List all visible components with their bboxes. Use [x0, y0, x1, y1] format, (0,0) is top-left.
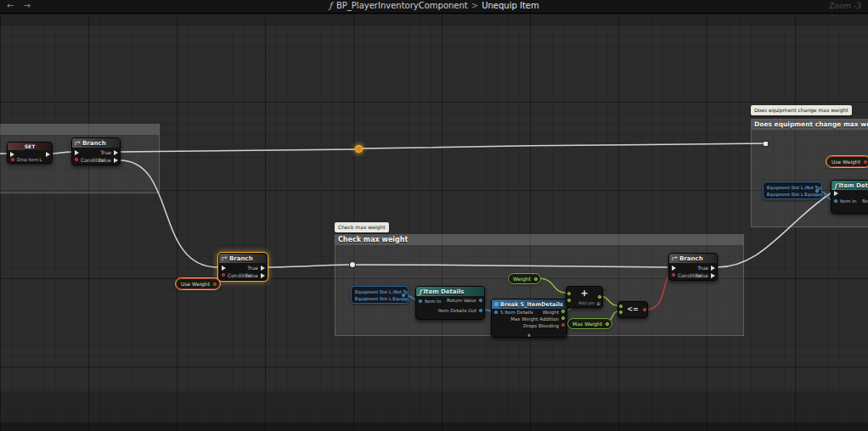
- exec-out-pin[interactable]: [46, 152, 50, 157]
- reroute-node[interactable]: [764, 142, 768, 146]
- item-details-out-label: Item Details Out: [438, 308, 476, 313]
- exec-in-pin[interactable]: [10, 152, 14, 157]
- exec-in-pin[interactable]: [672, 266, 676, 271]
- function-icon: ƒ: [419, 288, 421, 296]
- branch-icon: [222, 255, 228, 261]
- bool-out-pin[interactable]: [213, 283, 217, 286]
- true-exec-pin[interactable]: [114, 150, 118, 155]
- drops-bleeding-pin[interactable]: [561, 323, 565, 327]
- node-item-details-right[interactable]: ƒ Item Details Item In Return Value: [831, 180, 868, 214]
- return-value-label: Return Value: [447, 298, 476, 303]
- node-title: Item Details: [838, 182, 868, 189]
- drops-bleeding-label: Drops Bleeding: [523, 323, 559, 328]
- item-in-pin[interactable]: [834, 199, 837, 203]
- add-pin-icon[interactable]: ⊕: [596, 301, 600, 306]
- graph-canvas[interactable]: [0, 14, 868, 431]
- condition-pin[interactable]: [75, 158, 78, 161]
- condition-pin[interactable]: [222, 273, 225, 277]
- false-exec-pin[interactable]: [711, 273, 715, 278]
- variable-label: Weight: [513, 276, 531, 282]
- add-symbol: +: [566, 288, 602, 298]
- node-equipment-slot-mid[interactable]: Equipment Slot L (Not Type Equipment Slo…: [351, 286, 409, 304]
- true-pin-label: True: [100, 150, 111, 155]
- exec-in-pin[interactable]: [75, 150, 79, 155]
- node-branch-3[interactable]: Branch True Condition False: [668, 253, 718, 281]
- branch-icon: [75, 140, 81, 146]
- equip-slot-line1: Equipment Slot L (Not Type: [767, 184, 813, 191]
- exec-in-pin[interactable]: [834, 191, 838, 196]
- false-exec-pin[interactable]: [114, 158, 118, 163]
- item-in-label: Item In: [425, 299, 441, 304]
- object-out-pin[interactable]: [402, 294, 405, 297]
- zoom-level-label: Zoom -3: [829, 2, 861, 10]
- reroute-node[interactable]: [350, 262, 355, 267]
- max-weight-addition-pin[interactable]: [561, 316, 565, 320]
- node-break-item-details[interactable]: Break S_ItemDetails S Item Details Weigh…: [491, 299, 567, 338]
- float-out-pin[interactable]: [606, 322, 609, 326]
- set-node-title: SET: [25, 143, 36, 149]
- exec-in-pin[interactable]: [222, 266, 226, 271]
- comment-title-left: [0, 125, 159, 135]
- weight-out-pin[interactable]: [561, 310, 565, 313]
- node-equipment-slot-right[interactable]: Equipment Slot L (Not Type Equipment Slo…: [763, 182, 822, 199]
- false-pin-label: False: [245, 273, 258, 278]
- struct-in-label: S Item Details: [500, 310, 533, 315]
- comment-title: Does equipment change max weight: [752, 120, 868, 130]
- node-branch-2[interactable]: Branch True Condition False: [218, 253, 268, 281]
- node-get-max-weight[interactable]: Max Weight: [567, 318, 612, 329]
- add-pin-label: Add pin: [578, 300, 595, 305]
- equip-slot-line2: Equipment Slot L Equipped Item: [355, 295, 399, 302]
- variable-label: Use Weight: [831, 159, 860, 165]
- true-exec-pin[interactable]: [261, 266, 265, 271]
- struct-icon: [494, 302, 499, 306]
- true-exec-pin[interactable]: [711, 266, 715, 271]
- variable-label: Use Weight: [181, 281, 210, 287]
- struct-in-pin[interactable]: [494, 311, 498, 314]
- float-in-pin-a[interactable]: [567, 292, 571, 295]
- node-set-drop-item[interactable]: SET Drop Item L: [7, 142, 53, 164]
- false-pin-label: False: [99, 158, 111, 163]
- graph-name: Unequip Item: [482, 1, 539, 10]
- item-details-out-pin[interactable]: [479, 309, 482, 312]
- true-pin-label: True: [697, 266, 708, 271]
- node-get-use-weight-left[interactable]: Use Weight: [176, 278, 220, 289]
- bool-pin[interactable]: [11, 158, 14, 161]
- comment-bubble: Check max weight: [335, 222, 389, 232]
- false-pin-label: False: [696, 273, 708, 278]
- item-in-pin[interactable]: [419, 299, 422, 303]
- return-value-label: Return Value: [862, 199, 868, 204]
- float-out-pin[interactable]: [598, 295, 601, 299]
- node-branch-1[interactable]: Branch True Condition False: [71, 137, 121, 165]
- float-in-pin-b[interactable]: [567, 299, 571, 302]
- comment-title: Check max weight: [335, 235, 743, 245]
- bool-out-pin[interactable]: [643, 308, 646, 311]
- node-title: Item Details: [423, 288, 464, 295]
- false-exec-pin[interactable]: [261, 273, 265, 278]
- float-out-pin[interactable]: [534, 277, 538, 281]
- breadcrumb-separator: >: [471, 1, 478, 10]
- node-get-use-weight-right[interactable]: Use Weight: [826, 156, 868, 167]
- variable-label: Max Weight: [572, 321, 602, 327]
- node-title: Break S_ItemDetails: [500, 301, 563, 308]
- float-in-pin-b[interactable]: [619, 311, 623, 314]
- reroute-node-selected[interactable]: [355, 145, 363, 153]
- blueprint-editor: Check max weight Does equipment change m…: [0, 0, 868, 431]
- true-pin-label: True: [247, 266, 258, 271]
- node-add[interactable]: + Add pin ⊕: [566, 286, 603, 308]
- item-in-label: Item In: [840, 199, 856, 204]
- object-out-pin[interactable]: [815, 189, 819, 193]
- collapse-arrow-icon[interactable]: ▲: [527, 332, 531, 337]
- function-icon: ƒ: [329, 1, 332, 10]
- weight-out-label: Weight: [543, 310, 559, 315]
- node-less-equal[interactable]: <=: [617, 301, 648, 318]
- max-weight-addition-label: Max Weight Addition: [510, 316, 559, 322]
- bool-out-pin[interactable]: [864, 160, 867, 164]
- equip-slot-line1: Equipment Slot L (Not Type: [355, 288, 399, 295]
- condition-pin[interactable]: [672, 273, 675, 277]
- window-titlebar: ← → ƒBP_PlayerInventoryComponent>Unequip…: [0, 0, 868, 14]
- node-get-weight[interactable]: Weight: [508, 273, 541, 284]
- return-value-pin[interactable]: [479, 299, 482, 302]
- float-in-pin-a[interactable]: [619, 305, 623, 308]
- comment-bubble: Does equipment change max weight: [751, 105, 852, 115]
- node-item-details-mid[interactable]: ƒ Item Details Item In Return Value Item…: [415, 286, 485, 320]
